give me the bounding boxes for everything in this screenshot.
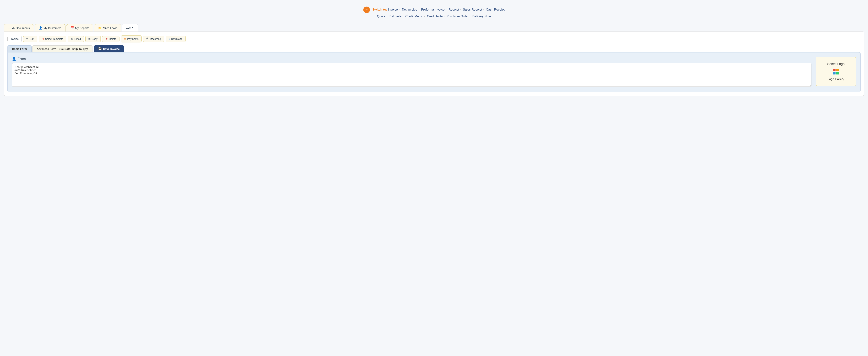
save-invoice-button[interactable]: 💾 Save Invoice [94,45,124,52]
email-icon: ✉ [71,37,73,41]
download-icon: ↓ [169,37,170,40]
recurring-label: Recurring [150,37,161,40]
switch-link-purchase-order[interactable]: Purchase Order [447,14,469,18]
edit-pencil-icon: ✏ [26,37,29,41]
switch-to-label: Switch to: [372,8,387,11]
from-label: 👤 From [12,57,811,61]
switch-link-receipt[interactable]: Receipt [448,8,459,11]
switch-link-quote[interactable]: Quote [377,14,385,18]
basic-form-label: Basic Form [12,47,27,50]
logo-color-red [833,69,836,71]
switch-to-section: ✏ Switch to: Invoice· Tax Invoice· Profo… [0,4,868,24]
tab-my-customers-label: My Customers [43,26,61,30]
advanced-form-bold-label: Due Date, Ship To, Qty [59,47,88,50]
payments-label: Payments [127,37,138,40]
documents-icon: ☰ [8,26,10,30]
edit-label: Edit [30,37,34,40]
tab-basic-form[interactable]: Basic Form [7,45,32,52]
switch-link-invoice[interactable]: Invoice [388,8,398,11]
tab-advanced-form[interactable]: Advanced Form - Due Date, Ship To, Qty [32,45,92,52]
invoice-button[interactable]: Invoice [7,36,22,42]
copy-label: Copy [92,37,98,40]
tab-108[interactable]: 108 ✕ [122,24,138,32]
from-address-textarea[interactable]: George Architecture 5488 River Street Sa… [12,63,811,87]
customers-icon: 👤 [39,26,42,30]
clock-icon: ⏱ [146,37,149,40]
switch-link-sales-receipt[interactable]: Sales Receipt [463,8,482,11]
switch-link-credit-memo[interactable]: Credit Memo [405,14,423,18]
tab-miles-lewis[interactable]: 📁 Miles Lewis [94,24,121,32]
switch-to-row1: ✏ Switch to: Invoice· Tax Invoice· Profo… [7,6,861,13]
payments-dot-icon: ● [124,37,126,41]
sub-tabs: Basic Form Advanced Form - Due Date, Shi… [7,45,861,52]
save-icon: 💾 [98,47,102,50]
toolbar: Invoice ✏ Edit ⊞ Select Template ✉ Email… [7,35,861,42]
tab-my-reports[interactable]: 📅 My Reports [66,24,93,32]
delete-button[interactable]: 🗑 Delete [102,36,120,42]
logo-color-orange [836,69,839,71]
tab-my-documents[interactable]: ☰ My Documents [4,24,34,32]
tab-my-reports-label: My Reports [75,26,89,30]
switch-to-row2: Quote· Estimate· Credit Memo· Credit Not… [7,14,861,18]
save-invoice-label: Save Invoice [103,47,120,50]
select-template-button[interactable]: ⊞ Select Template [39,36,66,42]
switch-link-credit-note[interactable]: Credit Note [427,14,443,18]
copy-button[interactable]: ⧉ Copy [85,36,101,42]
from-left: 👤 From George Architecture 5488 River St… [12,57,811,87]
switch-link-estimate[interactable]: Estimate [390,14,401,18]
logo-gallery-icon [833,69,839,75]
advanced-form-label: Advanced Form - [37,47,59,50]
tab-108-label: 108 ✕ [126,26,134,29]
logo-section[interactable]: Select Logo Logo Gallery [816,57,856,86]
select-logo-label: Select Logo [827,62,844,66]
switch-link-proforma[interactable]: Proforma Invoice [421,8,445,11]
edit-icon: ✏ [363,6,370,13]
tab-my-documents-label: My Documents [11,26,30,30]
from-title: From [18,57,26,61]
select-template-label: Select Template [45,37,63,40]
form-area: 👤 From George Architecture 5488 River St… [7,52,861,92]
tab-my-customers[interactable]: 👤 My Customers [35,24,65,32]
from-person-icon: 👤 [12,57,16,61]
switch-link-delivery-note[interactable]: Delivery Note [472,14,491,18]
main-tabs: ☰ My Documents 👤 My Customers 📅 My Repor… [0,24,868,32]
switch-link-cash-receipt[interactable]: Cash Receipt [486,8,504,11]
delete-label: Delete [109,37,116,40]
trash-icon: 🗑 [105,37,108,40]
switch-link-tax-invoice[interactable]: Tax Invoice [402,8,417,11]
grid-icon: ⊞ [42,37,44,40]
content-area: Invoice ✏ Edit ⊞ Select Template ✉ Email… [4,32,864,96]
folder-icon: 📁 [98,26,102,30]
download-label: Download [171,37,182,40]
tab-miles-lewis-label: Miles Lewis [103,26,117,30]
email-button[interactable]: ✉ Email [68,36,84,42]
logo-color-green [836,72,839,74]
invoice-label: Invoice [10,37,19,40]
logo-gallery-label: Logo Gallery [828,78,844,81]
download-button[interactable]: ↓ Download [165,36,186,42]
payments-button[interactable]: ● Payments [121,35,142,42]
logo-color-blue [833,72,836,74]
copy-icon: ⧉ [89,37,90,41]
recurring-button[interactable]: ⏱ Recurring [143,36,164,42]
email-label: Email [74,37,81,40]
edit-button[interactable]: ✏ Edit [23,36,37,42]
from-section: 👤 From George Architecture 5488 River St… [12,57,856,87]
reports-icon: 📅 [70,26,74,30]
